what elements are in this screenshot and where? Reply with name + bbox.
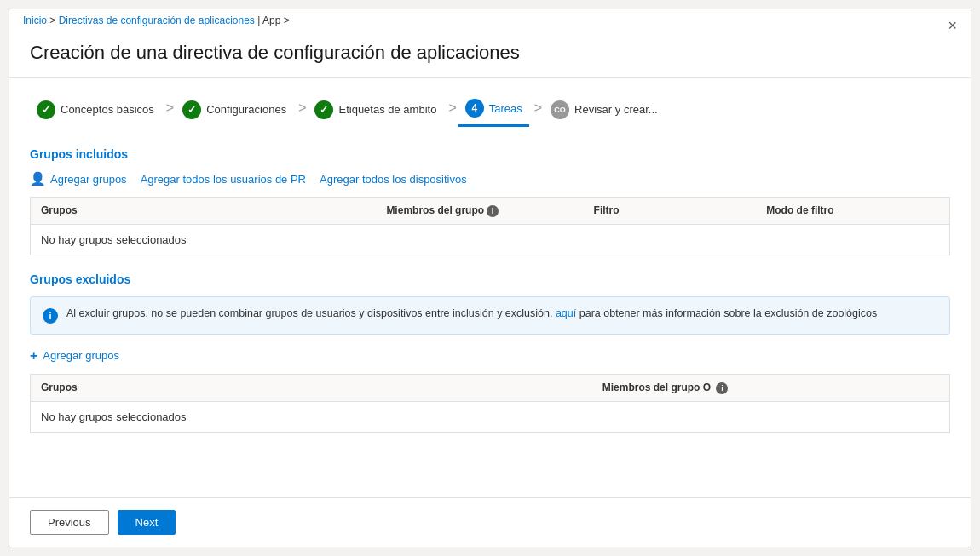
breadcrumb-sep1: > <box>49 14 58 26</box>
add-all-devices-link[interactable]: Agregar todos los dispositivos <box>320 173 467 186</box>
step-circle-etiquetas: ✓ <box>314 100 333 119</box>
step-tareas[interactable]: 4 Tareas <box>458 95 529 127</box>
excluded-groups-table: Grupos Miembros del grupo O i No hay gru… <box>30 374 950 433</box>
col-miembros-included: Miembros del grupoi <box>386 204 593 217</box>
footer: Previous Next <box>9 497 971 547</box>
step-conceptos[interactable]: ✓ Conceptos básicos <box>30 97 161 126</box>
previous-button[interactable]: Previous <box>30 510 109 535</box>
included-empty-row: No hay grupos seleccionados <box>31 225 949 255</box>
breadcrumb-current: App > <box>262 14 290 26</box>
col-grupos-included: Grupos <box>41 204 386 217</box>
add-all-users-link[interactable]: Agregar todos los usuarios de PR <box>141 173 306 186</box>
add-groups-icon: 👤 <box>30 171 46 186</box>
miembros-info-icon[interactable]: i <box>487 205 499 217</box>
excluded-groups-section: Grupos excluidos i Al excluir grupos, no… <box>30 272 950 433</box>
wizard-steps: ✓ Conceptos básicos > ✓ Configuraciones … <box>30 95 950 127</box>
breadcrumb: Inicio > Directivas de configuración de … <box>9 9 971 32</box>
step-circle-configuraciones: ✓ <box>182 100 201 119</box>
page-title: Creación de una directiva de configuraci… <box>9 32 971 78</box>
included-groups-section: Grupos incluidos 👤 Agregar grupos Agrega… <box>30 147 950 255</box>
add-groups-included-label: Agregar grupos <box>50 173 127 186</box>
included-groups-actions: 👤 Agregar grupos Agregar todos los usuar… <box>30 171 950 186</box>
add-all-users-label: Agregar todos los usuarios de PR <box>141 173 306 186</box>
step-circle-tareas: 4 <box>465 99 484 118</box>
step-label-revisar: Revisar y crear... <box>574 103 658 116</box>
step-label-etiquetas: Etiquetas de ámbito <box>338 103 436 116</box>
next-button[interactable]: Next <box>118 510 176 535</box>
breadcrumb-section[interactable]: Directivas de configuración de aplicacio… <box>59 14 255 26</box>
step-label-conceptos: Conceptos básicos <box>61 103 154 116</box>
excluded-info-text: Al excluir grupos, no se pueden combinar… <box>66 307 877 319</box>
step-revisar[interactable]: CO Revisar y crear... <box>544 97 665 126</box>
plus-icon: + <box>30 348 37 364</box>
step-etiquetas[interactable]: ✓ Etiquetas de ámbito <box>308 97 443 126</box>
excluded-miembros-info-icon[interactable]: i <box>716 382 728 394</box>
step-circle-conceptos: ✓ <box>37 100 55 119</box>
excluded-empty-row: No hay grupos seleccionados <box>31 402 949 432</box>
col-miembros-excluded: Miembros del grupo O i <box>602 381 939 394</box>
close-button[interactable]: × <box>948 18 957 33</box>
excluded-table-header: Grupos Miembros del grupo O i <box>31 375 949 402</box>
step-configuraciones[interactable]: ✓ Configuraciones <box>176 97 293 126</box>
included-table-header: Grupos Miembros del grupoi Filtro Modo d… <box>31 198 949 225</box>
included-groups-table: Grupos Miembros del grupoi Filtro Modo d… <box>30 197 950 255</box>
col-modo-filtro: Modo de filtro <box>766 204 939 217</box>
add-groups-included-link[interactable]: 👤 Agregar grupos <box>30 171 127 186</box>
col-filtro: Filtro <box>594 204 767 217</box>
add-groups-excluded-label: Agregar grupos <box>43 349 119 362</box>
main-window: Inicio > Directivas de configuración de … <box>9 9 971 547</box>
content-area: ✓ Conceptos básicos > ✓ Configuraciones … <box>9 78 971 497</box>
step-label-tareas: Tareas <box>489 102 522 115</box>
add-groups-excluded-link[interactable]: + Agregar grupos <box>30 348 950 364</box>
breadcrumb-home[interactable]: Inicio <box>23 14 47 26</box>
step-label-configuraciones: Configuraciones <box>206 103 286 116</box>
info-icon-circle: i <box>43 308 58 324</box>
excluded-groups-title: Grupos excluidos <box>30 272 950 286</box>
add-all-devices-label: Agregar todos los dispositivos <box>320 173 467 186</box>
included-groups-title: Grupos incluidos <box>30 147 950 161</box>
excluded-info-link[interactable]: aquí <box>556 307 576 319</box>
excluded-info-box: i Al excluir grupos, no se pueden combin… <box>30 296 950 335</box>
step-circle-revisar: CO <box>551 100 569 119</box>
col-grupos-excluded: Grupos <box>41 381 602 394</box>
